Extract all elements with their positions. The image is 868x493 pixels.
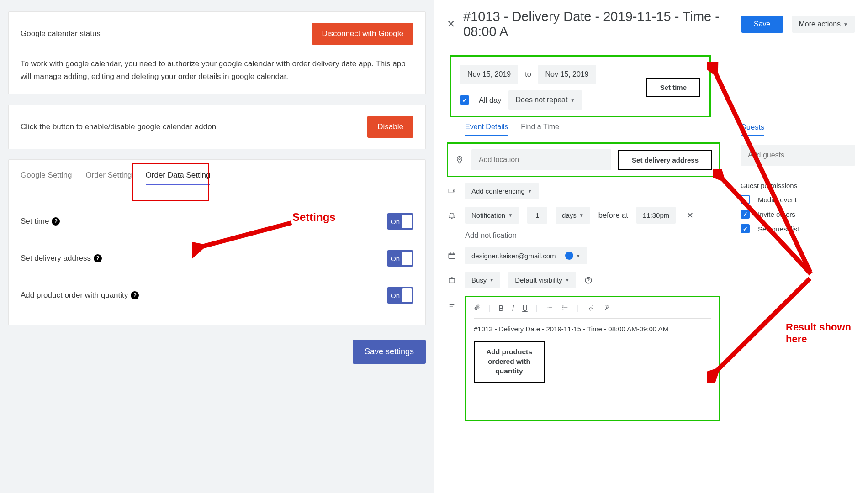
disable-addon-button[interactable]: Disable bbox=[367, 116, 413, 138]
description-highlight: | B I U | | bbox=[465, 296, 720, 421]
repeat-dropdown[interactable]: Does not repeat ▼ bbox=[508, 90, 582, 110]
anno-set-address: Set delivery address bbox=[618, 150, 712, 170]
enable-addon-title: Click the button to enable/disable googl… bbox=[21, 122, 216, 131]
option-set-address: Set delivery address ? On bbox=[21, 240, 413, 277]
remove-notification-icon[interactable]: ✕ bbox=[687, 210, 693, 220]
busy-dropdown[interactable]: Busy ▼ bbox=[465, 272, 500, 288]
underline-icon[interactable]: U bbox=[522, 304, 528, 313]
notification-type-dropdown[interactable]: Notification ▼ bbox=[465, 207, 519, 224]
anno-add-products: Add products ordered with quantity bbox=[474, 341, 545, 383]
anno-set-time: Set time bbox=[646, 78, 700, 97]
tab-order-setting[interactable]: Order Setting bbox=[85, 171, 132, 184]
google-status-desc: To work with google calendar, you need t… bbox=[21, 58, 413, 83]
notification-time-input[interactable]: 11:30pm bbox=[636, 207, 676, 224]
bell-icon bbox=[447, 211, 457, 220]
description-text[interactable]: #1013 - Delivery Date - 2019-11-15 - Tim… bbox=[474, 325, 711, 333]
add-guests-input[interactable] bbox=[741, 145, 855, 166]
tab-order-data-setting[interactable]: Order Data Setting bbox=[146, 171, 211, 184]
more-actions-button[interactable]: More actions ▼ bbox=[792, 16, 856, 33]
gc-tabs: Event Details Find a Time bbox=[447, 123, 720, 136]
toggle-set-address[interactable]: On bbox=[387, 250, 413, 267]
visibility-help-icon[interactable] bbox=[584, 276, 593, 284]
location-icon bbox=[455, 155, 465, 165]
svg-point-6 bbox=[563, 307, 563, 308]
visibility-dropdown[interactable]: Default visibility ▼ bbox=[508, 272, 576, 288]
google-status-card: Google calendar status Disconnect with G… bbox=[8, 11, 426, 94]
calendar-color-dot bbox=[565, 252, 573, 260]
google-status-title: Google calendar status bbox=[21, 29, 101, 38]
svg-rect-1 bbox=[449, 189, 453, 193]
svg-point-7 bbox=[563, 309, 563, 309]
option-set-address-label: Set delivery address bbox=[21, 254, 91, 263]
svg-point-0 bbox=[459, 158, 460, 160]
google-calendar-panel: ✕ #1013 - Delivery Date - 2019-11-15 - T… bbox=[434, 0, 868, 493]
italic-icon[interactable]: I bbox=[512, 304, 514, 313]
event-title[interactable]: #1013 - Delivery Date - 2019-11-15 - Tim… bbox=[463, 9, 733, 39]
notification-unit-dropdown[interactable]: days ▼ bbox=[556, 207, 590, 224]
gc-main-col: Event Details Find a Time Set delivery a… bbox=[447, 123, 720, 421]
clear-format-icon[interactable] bbox=[603, 304, 611, 313]
settings-tabs: Google Setting Order Setting Order Data … bbox=[21, 171, 413, 184]
checkbox-see-guest-list[interactable]: ✓ bbox=[741, 224, 750, 233]
add-notification-button[interactable]: Add notification bbox=[465, 231, 517, 240]
date-from[interactable]: Nov 15, 2019 bbox=[460, 65, 518, 84]
perm-modify-event[interactable]: Modify event bbox=[741, 195, 855, 204]
attach-icon[interactable] bbox=[474, 304, 480, 314]
date-section-highlight: Nov 15, 2019 to Nov 15, 2019 ✓ All day D… bbox=[450, 55, 711, 117]
option-add-product-label: Add product order with quantity bbox=[21, 291, 128, 300]
toggle-set-time[interactable]: On bbox=[387, 213, 413, 230]
list-ol-icon[interactable] bbox=[546, 304, 553, 313]
help-icon[interactable]: ? bbox=[131, 291, 139, 299]
conferencing-dropdown[interactable]: Add conferencing ▼ bbox=[465, 183, 539, 199]
toggle-add-product[interactable]: On bbox=[387, 287, 413, 304]
tab-event-details[interactable]: Event Details bbox=[465, 123, 508, 136]
tab-find-a-time[interactable]: Find a Time bbox=[521, 123, 559, 136]
notification-before-label: before at bbox=[598, 211, 628, 220]
guest-permissions-title: Guest permissions bbox=[741, 182, 855, 189]
list-ul-icon[interactable] bbox=[561, 304, 569, 313]
settings-panel: Google calendar status Disconnect with G… bbox=[0, 0, 434, 493]
gc-header: ✕ #1013 - Delivery Date - 2019-11-15 - T… bbox=[447, 9, 855, 39]
annotation-result-label: Result shown here bbox=[786, 321, 868, 345]
option-add-product: Add product order with quantity ? On bbox=[21, 277, 413, 314]
svg-rect-2 bbox=[449, 253, 455, 259]
close-icon[interactable]: ✕ bbox=[447, 18, 455, 30]
save-event-button[interactable]: Save bbox=[741, 16, 783, 33]
perm-see-guest-list[interactable]: ✓ See guest list bbox=[741, 224, 855, 233]
location-highlight: Set delivery address bbox=[447, 142, 720, 177]
date-to[interactable]: Nov 15, 2019 bbox=[538, 65, 596, 84]
guests-header[interactable]: Guests bbox=[741, 123, 764, 136]
location-input[interactable] bbox=[471, 149, 611, 170]
calendar-account-dropdown[interactable]: designer.kaiser@gmail.com ▼ bbox=[465, 247, 587, 264]
save-settings-button[interactable]: Save settings bbox=[353, 340, 426, 364]
all-day-label: All day bbox=[479, 96, 502, 105]
calendar-icon bbox=[447, 252, 457, 260]
option-set-time-label: Set time bbox=[21, 217, 49, 226]
description-icon bbox=[447, 303, 457, 421]
checkbox-invite-others[interactable]: ✓ bbox=[741, 210, 750, 219]
bold-icon[interactable]: B bbox=[498, 304, 504, 313]
perm-invite-others[interactable]: ✓ Invite others bbox=[741, 210, 855, 219]
briefcase-icon bbox=[447, 277, 457, 284]
video-icon bbox=[447, 188, 457, 195]
save-row: Save settings bbox=[8, 340, 426, 364]
order-data-settings-card: Google Setting Order Setting Order Data … bbox=[8, 159, 426, 325]
help-icon[interactable]: ? bbox=[52, 217, 60, 226]
link-icon[interactable] bbox=[587, 304, 595, 313]
desc-toolbar: | B I U | | bbox=[474, 304, 711, 319]
svg-rect-3 bbox=[449, 278, 455, 283]
tab-google-setting[interactable]: Google Setting bbox=[21, 171, 72, 184]
help-icon[interactable]: ? bbox=[94, 254, 102, 262]
all-day-checkbox[interactable]: ✓ bbox=[460, 95, 469, 105]
checkbox-modify-event[interactable] bbox=[741, 195, 750, 204]
enable-addon-card: Click the button to enable/disable googl… bbox=[8, 105, 426, 149]
gc-side-col: Guests Guest permissions Modify event ✓ … bbox=[741, 123, 855, 421]
disconnect-google-button[interactable]: Disconnect with Google bbox=[312, 23, 413, 45]
notification-value-input[interactable]: 1 bbox=[527, 207, 547, 224]
option-set-time: Set time ? On bbox=[21, 203, 413, 240]
svg-point-5 bbox=[563, 306, 563, 306]
annotation-settings-label: Settings bbox=[292, 211, 336, 224]
date-to-label: to bbox=[525, 70, 531, 79]
